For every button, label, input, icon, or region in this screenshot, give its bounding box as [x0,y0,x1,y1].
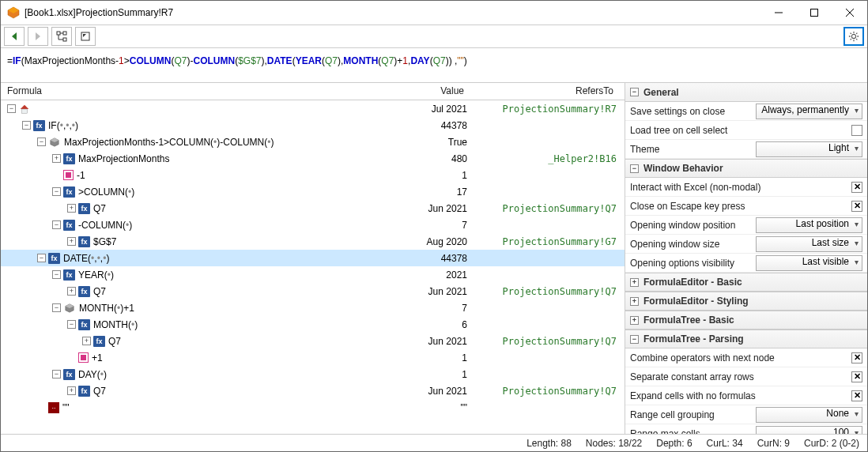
collapse-icon[interactable]: − [52,220,61,229]
tree-body[interactable]: −Jul 2021ProjectionSummary!R7−fxIF(•,•,•… [1,100,625,434]
tree-row[interactable]: −fxMONTH(•)6 [1,316,625,333]
col-value[interactable]: Value [316,83,470,100]
tree-row[interactable]: −fxDATE(•,•,•)44378 [1,250,625,266]
back-button[interactable] [4,27,25,46]
checkbox[interactable] [851,352,862,363]
tree-row[interactable]: +fxQ7Jun 2021ProjectionSummary!Q7 [1,283,625,299]
collapse-icon[interactable]: − [22,121,31,130]
close-button[interactable] [832,1,867,24]
dropdown[interactable]: Last position [756,217,862,233]
tree-row[interactable]: −fxDAY(•)1 [1,366,625,382]
section-header[interactable]: −Window Behavior [625,159,867,178]
fx-icon: fx [63,186,75,198]
tree-row[interactable]: −MaxProjectionMonths-1>COLUMN(•)-COLUMN(… [1,134,625,150]
collapse-icon[interactable]: − [52,370,61,379]
tree-row[interactable]: +fxQ7Jun 2021ProjectionSummary!Q7 [1,382,625,399]
col-formula[interactable]: Formula [1,83,316,100]
expand-icon[interactable]: + [67,204,76,213]
expand-icon[interactable]: + [630,278,639,287]
expand-icon[interactable]: + [67,287,76,296]
checkbox[interactable] [851,182,862,193]
forward-button[interactable] [28,27,48,46]
checkbox[interactable] [851,371,862,382]
section-title: FormulaEditor - Styling [643,296,749,307]
collapse-icon[interactable]: − [37,254,46,262]
node-value: Jun 2021 [316,386,470,397]
section-header[interactable]: −General [625,83,867,102]
dropdown[interactable]: Always, permanently [756,104,862,119]
tree-row[interactable]: +fxQ7Jun 2021ProjectionSummary!Q7 [1,200,625,217]
collapse-icon[interactable]: − [7,104,16,113]
dropdown[interactable]: 100 [756,426,862,435]
tree-row[interactable]: +fxQ7Jun 2021ProjectionSummary!Q7 [1,333,625,349]
node-value: 1 [316,369,470,380]
dropdown[interactable]: Light [756,141,862,157]
settings-panel[interactable]: −GeneralSave settings on closeAlways, pe… [625,83,867,434]
tree-row[interactable]: +11 [1,349,625,366]
minimize-button[interactable] [760,1,796,24]
settings-button[interactable] [843,27,864,46]
formula-bar[interactable]: =IF(MaxProjectionMonths-1>COLUMN(Q7)-COL… [1,48,867,83]
section-title: FormulaEditor - Basic [643,277,742,288]
fx-icon: fx [63,369,75,380]
expand-icon[interactable]: + [82,337,91,345]
checkbox[interactable] [851,125,862,136]
tree-row[interactable]: +fxMaxProjectionMonths480_Helper2!B16 [1,150,625,167]
collapse-icon[interactable]: − [52,187,61,196]
home-icon [18,103,31,115]
node-value: 17 [316,186,470,198]
expand-icon[interactable]: + [67,237,76,246]
tree-row[interactable]: −fxIF(•,•,•)44378 [1,117,625,134]
tree-row[interactable]: −MONTH(•)+17 [1,299,625,316]
svg-rect-8 [57,32,60,35]
node-label: -1 [77,170,85,181]
expand-icon[interactable]: + [630,316,639,325]
svg-marker-7 [36,32,40,40]
checkbox[interactable] [851,201,862,212]
tree-row[interactable]: +fx$G$7Aug 2020ProjectionSummary!G7 [1,233,625,250]
tree-row[interactable]: −Jul 2021ProjectionSummary!R7 [1,100,625,117]
node-value: Aug 2020 [316,236,470,247]
section-header[interactable]: −FormulaTree - Parsing [625,330,867,348]
tree-row[interactable]: -11 [1,167,625,183]
collapse-icon[interactable]: − [630,164,639,173]
node-label: -COLUMN(•) [78,220,132,231]
tree-panel: Formula Value RefersTo −Jul 2021Projecti… [1,83,625,434]
expand-button[interactable] [75,27,96,46]
node-value: 2021 [316,269,470,281]
tree-row[interactable]: −fx>COLUMN(•)17 [1,183,625,200]
expand-icon[interactable]: + [630,297,639,306]
tree-row[interactable]: −fx-COLUMN(•)7 [1,217,625,233]
expand-icon[interactable]: + [67,386,76,395]
section-header[interactable]: +FormulaEditor - Styling [625,292,867,311]
expand-icon[interactable]: + [52,154,61,163]
node-value: Jun 2021 [316,203,470,214]
node-value: 44378 [316,253,470,264]
dropdown[interactable]: None [756,407,862,423]
collapse-icon[interactable]: − [52,303,61,312]
tree-row[interactable]: ··"""" [1,399,625,416]
section-header[interactable]: +FormulaEditor - Basic [625,273,867,292]
node-value: True [316,137,470,148]
collapse-icon[interactable]: − [37,137,46,146]
node-label: DAY(•) [78,369,107,380]
setting-row: Range max cells100 [625,424,867,434]
dropdown[interactable]: Last size [756,236,862,252]
section-header[interactable]: +FormulaTree - Basic [625,311,867,330]
collapse-icon[interactable]: − [67,320,76,329]
node-refers: ProjectionSummary!R7 [470,104,625,115]
dropdown[interactable]: Last visible [756,255,862,271]
tree-mode-button[interactable] [51,27,72,46]
checkbox[interactable] [851,390,862,401]
svg-rect-14 [81,32,89,40]
fx-icon: fx [63,153,75,164]
collapse-icon[interactable]: − [630,88,639,96]
status-depth: Depth: 6 [656,438,692,449]
maximize-button[interactable] [796,1,832,24]
fx-icon: fx [78,319,90,330]
collapse-icon[interactable]: − [630,335,639,344]
col-refers[interactable]: RefersTo [470,83,625,100]
tree-row[interactable]: −fxYEAR(•)2021 [1,266,625,283]
collapse-icon[interactable]: − [52,270,61,279]
node-label: MONTH(•) [93,319,138,330]
